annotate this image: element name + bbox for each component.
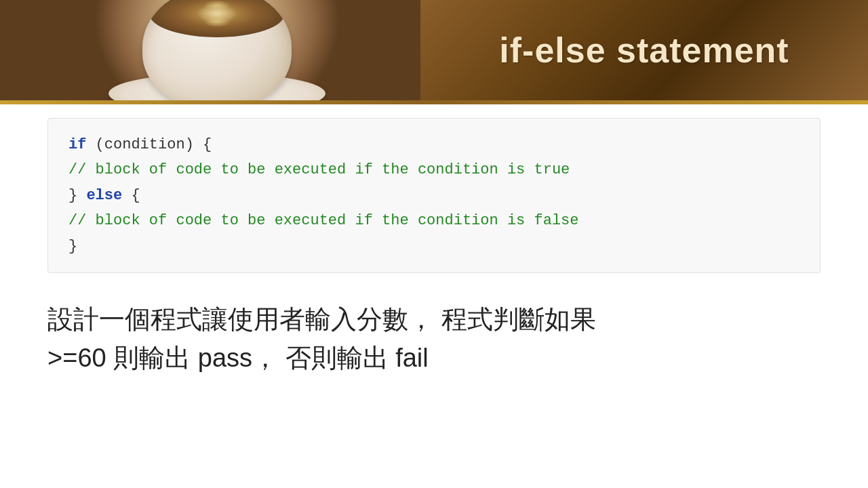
coffee-cup (142, 0, 292, 100)
keyword-else: else (86, 187, 122, 204)
latte-art (159, 0, 275, 34)
header: if-else statement (0, 0, 868, 100)
description-line2: >=60 則輸出 pass， 否則輸出 fail (47, 339, 821, 378)
comment-true: // block of code to be executed if the c… (68, 161, 570, 178)
slide-title: if-else statement (499, 30, 789, 70)
title-section: if-else statement (420, 0, 868, 100)
code-line-5: } (68, 234, 800, 259)
code-condition: (condition) { (86, 136, 212, 153)
code-block: if (condition) { // block of code to be … (47, 118, 821, 273)
else-brace: { (122, 187, 140, 204)
coffee-top (149, 0, 285, 37)
content-area: if (condition) { // block of code to be … (0, 104, 868, 488)
code-line-2: // block of code to be executed if the c… (68, 157, 800, 182)
code-line-4: // block of code to be executed if the c… (68, 208, 800, 233)
code-line-3: } else { (68, 183, 800, 208)
code-line-1: if (condition) { (68, 132, 800, 157)
final-brace: } (68, 238, 77, 255)
keyword-if: if (68, 136, 86, 153)
description-line1: 設計一個程式讓使用者輸入分數， 程式判斷如果 (47, 300, 821, 339)
comment-false: // block of code to be executed if the c… (68, 212, 579, 229)
description: 設計一個程式讓使用者輸入分數， 程式判斷如果 >=60 則輸出 pass， 否則… (47, 300, 821, 378)
coffee-image (0, 0, 420, 100)
closing-brace: } (68, 187, 86, 204)
